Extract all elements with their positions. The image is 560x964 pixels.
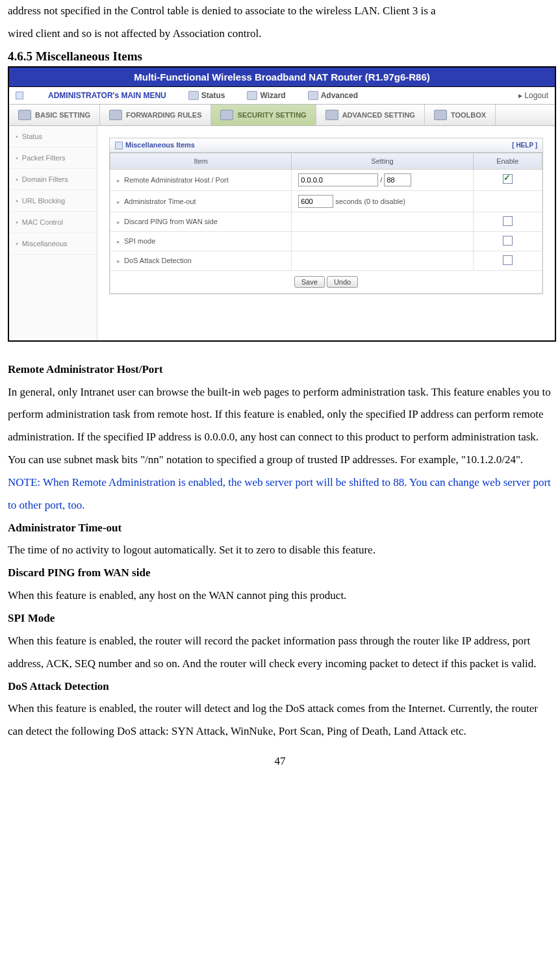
remote-admin-enable-checkbox[interactable] [503,174,513,184]
main-menu-label: ADMINISTRATOR's MAIN MENU [48,91,166,100]
row-admin-timeout-setting: seconds (0 to disable) [292,190,473,212]
menu-wizard[interactable]: Wizard [247,91,285,100]
tab-forwarding-rules-label: FORWARDING RULES [126,111,202,119]
main-menu-bar: ADMINISTRATOR's MAIN MENU Status Wizard … [9,87,555,105]
toolbar-tabs: BASIC SETTING FORWARDING RULES SECURITY … [9,105,555,126]
desc-remote-admin-note: NOTE: When Remote Administration is enab… [8,472,552,517]
th-setting: Setting [292,153,473,169]
th-enable: Enable [473,153,542,169]
sidebar: Status Packet Filters Domain Filters URL… [9,126,97,340]
table-row: Discard PING from WAN side [110,212,542,231]
undo-button[interactable]: Undo [327,276,358,288]
row-discard-ping-label: Discard PING from WAN side [110,212,292,231]
miscellaneous-panel: Miscellaneous Items [ HELP ] Item Settin… [109,138,543,294]
desc-discard-ping-text: When this feature is enabled, any host o… [8,585,552,607]
save-button[interactable]: Save [294,276,325,288]
desc-dos-detection-text: When this feature is enabled, the router… [8,698,552,743]
admin-timeout-suffix: seconds (0 to disable) [335,197,405,205]
tab-security-setting-label: SECURITY SETTING [237,111,306,119]
table-row: SPI mode [110,231,542,251]
sidebar-item-miscellaneous[interactable]: Miscellaneous [9,233,97,255]
tab-toolbox[interactable]: TOOLBOX [425,105,496,125]
sidebar-item-packet-filters[interactable]: Packet Filters [9,147,97,169]
status-icon [188,91,199,100]
menu-advanced-label: Advanced [321,91,358,100]
desc-discard-ping-heading: Discard PING from WAN side [8,562,552,585]
tab-basic-setting[interactable]: BASIC SETTING [9,105,100,125]
spi-mode-enable-checkbox[interactable] [503,236,513,246]
sidebar-item-domain-filters[interactable]: Domain Filters [9,169,97,190]
forwarding-rules-icon [109,110,122,120]
section-heading: 4.6.5 Miscellaneous Items [8,49,552,64]
sidebar-item-mac-control[interactable]: MAC Control [9,212,97,233]
remote-port-input[interactable] [384,173,411,186]
basic-setting-icon [18,110,31,120]
desc-dos-detection-heading: DoS Attack Detection [8,676,552,698]
intro-line2: wired client and so is not affected by A… [8,23,552,45]
dos-detection-enable-checkbox[interactable] [503,255,513,265]
tab-basic-setting-label: BASIC SETTING [35,111,90,119]
tab-advanced-setting-label: ADVANCED SETTING [342,111,415,119]
table-row: DoS Attack Detection [110,251,542,270]
logout-link[interactable]: ▸ Logout [518,91,548,100]
intro-line1: address not specified in the Control tab… [8,0,552,23]
row-remote-admin-label: Remote Administrator Host / Port [110,169,292,190]
panel-title: Miscellaneous Items [125,141,195,149]
menu-status[interactable]: Status [188,91,225,100]
menu-wizard-label: Wizard [260,91,285,100]
advanced-icon [308,91,318,100]
tab-security-setting[interactable]: SECURITY SETTING [211,105,316,125]
wizard-icon [247,91,257,100]
row-dos-detection-label: DoS Attack Detection [110,251,292,270]
advanced-setting-icon [325,110,338,120]
desc-remote-admin-heading: Remote Administrator Host/Port [8,359,552,381]
menu-status-label: Status [201,91,225,100]
table-row: Administrator Time-out seconds (0 to dis… [110,190,542,212]
desc-spi-mode-heading: SPI Mode [8,607,552,630]
th-item: Item [110,153,292,169]
discard-ping-enable-checkbox[interactable] [503,216,513,226]
row-remote-admin-setting: / [292,169,473,190]
security-setting-icon [220,110,233,120]
toolbox-icon [434,110,447,120]
desc-spi-mode-text: When this feature is enabled, the router… [8,630,552,676]
menu-icon [16,92,23,99]
desc-admin-timeout-heading: Administrator Time-out [8,517,552,540]
menu-advanced[interactable]: Advanced [308,91,358,100]
table-row: Remote Administrator Host / Port / [110,169,542,190]
sidebar-item-url-blocking[interactable]: URL Blocking [9,190,97,212]
page-number: 47 [8,755,552,768]
help-link[interactable]: [ HELP ] [512,142,537,149]
desc-remote-admin-text: In general, only Intranet user can brows… [8,381,552,472]
tab-toolbox-label: TOOLBOX [451,111,486,119]
desc-admin-timeout-text: The time of no activity to logout automa… [8,539,552,562]
remote-host-input[interactable] [298,173,378,186]
row-spi-mode-label: SPI mode [110,231,292,251]
panel-icon [115,142,123,149]
items-table: Item Setting Enable Remote Administrator… [110,153,542,294]
admin-timeout-input[interactable] [298,195,333,208]
row-admin-timeout-label: Administrator Time-out [110,190,292,212]
sidebar-item-status[interactable]: Status [9,126,97,147]
tab-forwarding-rules[interactable]: FORWARDING RULES [100,105,212,125]
window-title: Multi-Functional Wireless Broadband NAT … [9,68,555,87]
slash-separator: / [380,176,382,184]
router-screenshot: Multi-Functional Wireless Broadband NAT … [8,66,556,342]
tab-advanced-setting[interactable]: ADVANCED SETTING [316,105,425,125]
